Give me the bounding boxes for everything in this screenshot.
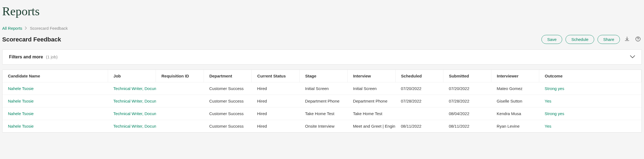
cell-scheduled: 07/28/2022 <box>395 95 443 107</box>
col-interview[interactable]: Interview <box>347 70 395 82</box>
svg-point-1 <box>638 40 638 41</box>
cell-candidate[interactable]: Nahele Tsosie <box>2 120 108 133</box>
cell-requisition <box>156 95 204 107</box>
cell-outcome[interactable]: Yes <box>539 120 642 133</box>
cell-job[interactable]: Technical Writer, Documentation <box>108 95 156 107</box>
cell-interviewer: Kendra Musa <box>491 107 539 120</box>
cell-submitted: 07/20/2022 <box>443 82 491 95</box>
cell-job[interactable]: Technical Writer, Documentation <box>108 82 156 95</box>
table-header-row: Candidate Name Job Requisition ID Depart… <box>2 70 642 82</box>
cell-department: Customer Success <box>204 107 252 120</box>
cell-status: Hired <box>252 120 300 133</box>
cell-department: Customer Success <box>204 82 252 95</box>
cell-submitted: 08/04/2022 <box>443 107 491 120</box>
chevron-down-icon <box>630 55 635 59</box>
col-scheduled[interactable]: Scheduled <box>395 70 443 82</box>
table-row: Nahele TsosieTechnical Writer, Documenta… <box>2 107 642 120</box>
filters-bar[interactable]: Filters and more (1 job) <box>2 49 642 65</box>
cell-stage: Onsite Interview <box>300 120 347 133</box>
col-candidate-name[interactable]: Candidate Name <box>2 70 108 82</box>
breadcrumb-root-link[interactable]: All Reports <box>2 26 22 31</box>
col-stage[interactable]: Stage <box>300 70 347 82</box>
cell-job[interactable]: Technical Writer, Documentation <box>108 107 156 120</box>
save-button[interactable]: Save <box>541 35 562 44</box>
filters-count: (1 job) <box>46 55 58 59</box>
share-button[interactable]: Share <box>597 35 620 44</box>
col-job[interactable]: Job <box>108 70 156 82</box>
col-submitted[interactable]: Submitted <box>443 70 491 82</box>
filters-label-wrap: Filters and more (1 job) <box>9 55 57 59</box>
cell-scheduled: 07/20/2022 <box>395 82 443 95</box>
cell-submitted: 08/11/2022 <box>443 120 491 133</box>
cell-interviewer: Mateo Gomez <box>491 82 539 95</box>
cell-scheduled <box>395 107 443 120</box>
chevron-right-icon <box>25 26 27 31</box>
col-requisition-id[interactable]: Requisition ID <box>156 70 204 82</box>
table-row: Nahele TsosieTechnical Writer, Documenta… <box>2 82 642 95</box>
help-icon <box>635 36 641 43</box>
cell-outcome[interactable]: Strong yes <box>539 107 642 120</box>
cell-department: Customer Success <box>204 120 252 133</box>
page-title: Reports <box>2 4 642 18</box>
cell-scheduled: 08/11/2022 <box>395 120 443 133</box>
breadcrumb-current: Scorecard Feedback <box>30 26 68 31</box>
cell-status: Hired <box>252 95 300 107</box>
table-row: Nahele TsosieTechnical Writer, Documenta… <box>2 95 642 107</box>
cell-status: Hired <box>252 82 300 95</box>
cell-interview: Initial Screen <box>347 82 395 95</box>
col-current-status[interactable]: Current Status <box>252 70 300 82</box>
cell-submitted: 07/28/2022 <box>443 95 491 107</box>
schedule-button[interactable]: Schedule <box>565 35 594 44</box>
cell-candidate[interactable]: Nahele Tsosie <box>2 95 108 107</box>
cell-outcome[interactable]: Yes <box>539 95 642 107</box>
cell-requisition <box>156 82 204 95</box>
cell-interview: Take Home Test <box>347 107 395 120</box>
results-table: Candidate Name Job Requisition ID Depart… <box>2 70 642 133</box>
cell-interview: Meet and Greet | Engineering <box>347 120 395 133</box>
cell-interviewer: Ryan Levine <box>491 120 539 133</box>
report-title: Scorecard Feedback <box>2 36 61 43</box>
cell-stage: Initial Screen <box>300 82 347 95</box>
col-department[interactable]: Department <box>204 70 252 82</box>
cell-requisition <box>156 120 204 133</box>
action-bar: Save Schedule Share <box>541 35 642 44</box>
col-outcome[interactable]: Outcome <box>539 70 642 82</box>
cell-stage: Take Home Test <box>300 107 347 120</box>
breadcrumb: All Reports Scorecard Feedback <box>2 26 642 31</box>
cell-job[interactable]: Technical Writer, Documentation <box>108 120 156 133</box>
download-button[interactable] <box>623 35 631 44</box>
cell-department: Customer Success <box>204 95 252 107</box>
download-icon <box>624 36 630 43</box>
cell-outcome[interactable]: Strong yes <box>539 82 642 95</box>
cell-candidate[interactable]: Nahele Tsosie <box>2 107 108 120</box>
table-row: Nahele TsosieTechnical Writer, Documenta… <box>2 120 642 133</box>
subheader-row: Scorecard Feedback Save Schedule Share <box>2 35 642 44</box>
cell-status: Hired <box>252 107 300 120</box>
cell-interviewer: Giselle Sutton <box>491 95 539 107</box>
col-interviewer[interactable]: Interviewer <box>491 70 539 82</box>
cell-candidate[interactable]: Nahele Tsosie <box>2 82 108 95</box>
help-button[interactable] <box>634 35 642 44</box>
filters-label: Filters and more <box>9 55 43 59</box>
cell-requisition <box>156 107 204 120</box>
cell-interview: Department Phone <box>347 95 395 107</box>
cell-stage: Department Phone <box>300 95 347 107</box>
